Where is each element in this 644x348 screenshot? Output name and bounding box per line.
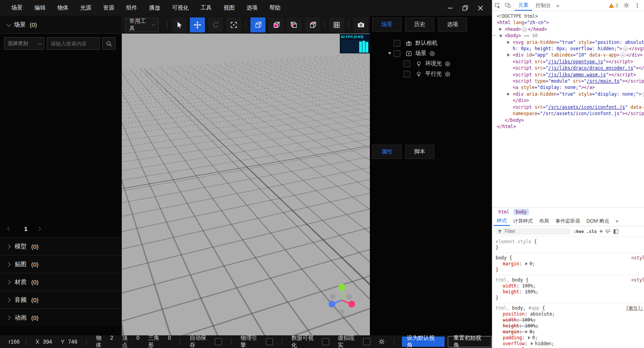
ellipsis-button[interactable]: … — [522, 27, 527, 32]
dom-tree-line[interactable]: <a style="display: none;"></a> — [492, 84, 644, 91]
reset-view-button[interactable]: 重置初始视角 — [448, 336, 492, 347]
autosave-checkbox[interactable] — [215, 338, 222, 345]
dom-tree-line[interactable]: <script src="/js/libs/draco/draco_encode… — [492, 65, 644, 71]
search-input[interactable] — [47, 37, 100, 50]
dom-tree-line[interactable]: namespace="/src/assets/icon/iconfont.js"… — [492, 110, 644, 117]
eye-icon[interactable] — [445, 71, 451, 77]
dom-tree-line[interactable]: </html> — [492, 123, 644, 130]
tree-item-默认相机[interactable]: 默认相机 — [370, 38, 492, 48]
dom-tree-line[interactable]: <svg aria-hidden="true" style="position:… — [492, 39, 644, 45]
dom-tree-line[interactable]: <div id="app" tabindex="10" data-v-app>…… — [492, 52, 644, 58]
ellipsis-button[interactable]: … — [623, 46, 628, 51]
styles-tab-事件监听器[interactable]: 事件监听器 — [552, 216, 583, 226]
css-property[interactable]: margin: 0; — [496, 261, 644, 267]
class-toggle[interactable]: .cls — [587, 229, 597, 234]
expand-arrow-icon[interactable] — [507, 53, 510, 57]
css-property[interactable]: height: 100%; — [496, 323, 644, 329]
expand-arrow-icon[interactable] — [528, 336, 530, 339]
close-button[interactable] — [473, 0, 488, 16]
sidebar-section-音频[interactable]: 音频(0) — [0, 291, 121, 308]
page-number[interactable]: 1 — [24, 225, 27, 232]
tab-历史[interactable]: 历史 — [405, 17, 434, 32]
menu-item-资源[interactable]: 资源 — [97, 0, 120, 16]
styles-filter[interactable] — [494, 228, 571, 235]
grid-helper-toggle[interactable] — [329, 17, 344, 32]
sidebar-section-材质[interactable]: 材质(0) — [0, 273, 121, 291]
expand-arrow-icon[interactable] — [499, 35, 502, 38]
tab-属性[interactable]: 属性 — [372, 145, 402, 159]
expand-arrow-icon[interactable] — [525, 330, 528, 333]
ellipsis-button[interactable]: … — [620, 53, 625, 58]
device-toolbar-icon[interactable] — [502, 2, 513, 8]
dom-tree-line[interactable]: <!DOCTYPE html> — [492, 13, 644, 19]
tab-脚本[interactable]: 脚本 — [405, 145, 434, 159]
expand-arrow-icon[interactable] — [507, 41, 510, 44]
stylesheet-source-link[interactable]: <styl — [631, 255, 644, 261]
css-property[interactable]: height: 100%; — [496, 289, 644, 295]
stylesheet-source-link[interactable]: <styl — [631, 277, 644, 283]
menu-item-帮助[interactable]: 帮助 — [263, 0, 286, 16]
menu-item-光源[interactable]: 光源 — [74, 0, 97, 16]
restore-button[interactable] — [458, 0, 473, 16]
dataviz-checkbox[interactable] — [322, 338, 329, 345]
breadcrumb-body[interactable]: body — [513, 209, 529, 215]
eye-icon[interactable] — [429, 51, 435, 57]
breadcrumb-html[interactable]: html — [496, 209, 512, 215]
dom-tree-line[interactable]: </div> — [492, 97, 644, 104]
view-cube-front[interactable] — [269, 17, 284, 32]
menu-item-工具[interactable]: 工具 — [195, 0, 218, 16]
tree-item-环境光[interactable]: 环境光 — [370, 59, 492, 69]
warning-badge[interactable]: 2 — [607, 3, 620, 8]
menu-item-组件[interactable]: 组件 — [120, 0, 143, 16]
expand-arrow-icon[interactable] — [388, 52, 391, 55]
expand-arrow-icon[interactable] — [525, 262, 528, 265]
styles-tab-布局[interactable]: 布局 — [536, 216, 552, 226]
sidebar-section-动画[interactable]: 动画(0) — [0, 308, 121, 326]
next-page-icon[interactable] — [37, 227, 41, 231]
dom-tree-line[interactable]: <head>…</head> — [492, 26, 644, 32]
rotate-tool[interactable] — [208, 17, 223, 32]
menu-item-视图[interactable]: 视图 — [218, 0, 241, 16]
tree-checkbox[interactable] — [394, 40, 400, 47]
rendering-emulation-icon[interactable] — [605, 229, 611, 234]
menu-item-选项[interactable]: 选项 — [241, 0, 263, 16]
tab-选项[interactable]: 选项 — [438, 17, 467, 32]
css-property[interactable]: overflow: hidden; — [496, 341, 644, 347]
devtools-tab-控制台[interactable]: 控制台 — [532, 0, 555, 11]
devtools-tab-元素[interactable]: 元素 — [515, 0, 532, 11]
styles-tab-样式[interactable]: 样式 — [494, 216, 510, 226]
search-button[interactable] — [102, 37, 116, 50]
tree-checkbox[interactable] — [403, 61, 410, 67]
tab-场景[interactable]: 场景 — [372, 17, 402, 32]
eye-icon[interactable] — [445, 61, 451, 67]
css-property[interactable]: width: 100%; — [496, 283, 644, 289]
set-default-view-button[interactable]: 设为默认视角 — [402, 337, 445, 347]
inspect-element-icon[interactable] — [492, 2, 502, 8]
dom-tree-line[interactable]: ⋯<body> == $0 — [492, 32, 644, 39]
menu-item-物体[interactable]: 物体 — [51, 0, 74, 16]
select-tool[interactable] — [172, 17, 187, 32]
tree-checkbox[interactable] — [394, 50, 400, 57]
styles-tab-DOM 断点[interactable]: DOM 断点 — [583, 216, 613, 226]
computed-panel-icon[interactable] — [613, 229, 619, 234]
dom-tree-line[interactable]: <div aria-hidden="true" style="display: … — [492, 91, 644, 97]
dom-tree-line[interactable]: <script src="/js/libs/opentype.js"></scr… — [492, 59, 644, 65]
minimize-button[interactable] — [443, 0, 458, 16]
scene-section-header[interactable]: 场景 (0) — [0, 16, 121, 34]
expand-arrow-icon[interactable] — [507, 93, 510, 96]
tree-item-平行光[interactable]: 平行光 — [370, 69, 492, 79]
screenshot-button[interactable] — [353, 17, 368, 32]
new-rule-icon[interactable]: + — [599, 228, 603, 235]
view-cube-top[interactable] — [305, 17, 320, 32]
preset-tools-dropdown[interactable]: 常用工具 — [125, 18, 159, 32]
css-property[interactable]: position: absolute; — [496, 311, 644, 317]
viewport-canvas[interactable]: 62 FPS (0-63) — [122, 34, 370, 335]
styles-filter-input[interactable] — [504, 228, 557, 235]
view-cube-wireframe[interactable] — [250, 17, 265, 32]
more-tabs-icon[interactable]: » — [555, 2, 561, 9]
menu-item-播放[interactable]: 播放 — [143, 0, 166, 16]
vr-checkbox[interactable] — [363, 338, 370, 345]
renderer-version[interactable]: r166 — [9, 339, 20, 345]
translate-tool[interactable] — [190, 17, 205, 32]
menu-item-编辑[interactable]: 编辑 — [28, 0, 51, 16]
